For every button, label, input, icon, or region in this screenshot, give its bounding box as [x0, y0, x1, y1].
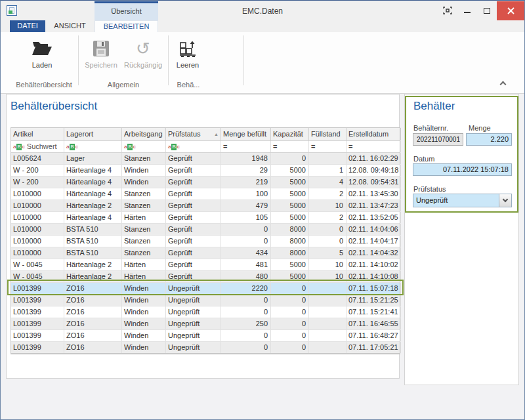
cell-pruefstatus[interactable]: Geprüft [166, 165, 221, 176]
cell-artikel[interactable]: L001399 [11, 342, 64, 353]
grid-row[interactable]: L010000Härteanlage 4StanzenGeprüft100500… [11, 188, 400, 200]
filter-cell-erstelldatum[interactable]: = [346, 141, 401, 152]
cell-erstelldatum[interactable]: 12.08. 09:54:31 [346, 177, 401, 188]
cell-erstelldatum[interactable]: 07.11. 15:21:41 [346, 306, 401, 318]
cell-lagerort[interactable]: Härteanlage 4 [64, 188, 122, 200]
tab-datei[interactable]: DATEI [10, 20, 45, 32]
cell-arbeitsgang[interactable]: Stanzen [122, 188, 166, 200]
cell-fuellstand[interactable] [309, 153, 346, 164]
cell-kapazitaet[interactable]: 0 [271, 283, 309, 294]
cell-erstelldatum[interactable]: 02.11. 13:47:23 [346, 200, 401, 211]
column-header-artikel[interactable]: Artikel [11, 128, 64, 140]
cell-lagerort[interactable]: Härteanlage 4 [64, 212, 122, 223]
cell-kapazitaet[interactable]: 5000 [271, 212, 309, 223]
maximize-button[interactable] [477, 1, 497, 20]
grid-row-selected[interactable]: L001399ZO16WindenUngeprüft2220007.11. 15… [11, 283, 400, 295]
filter-cell-fuellstand[interactable]: = [309, 141, 346, 152]
cell-erstelldatum[interactable]: 02.11. 13:45:30 [346, 188, 401, 200]
cell-menge_befuellt[interactable]: 0 [221, 330, 271, 341]
cell-kapazitaet[interactable]: 8000 [271, 247, 309, 259]
cell-arbeitsgang[interactable]: Winden [122, 342, 166, 353]
cell-arbeitsgang[interactable]: Stanzen [122, 236, 166, 247]
cell-menge_befuellt[interactable]: 481 [221, 259, 271, 270]
cell-artikel[interactable]: L010000 [11, 188, 64, 200]
cell-pruefstatus[interactable]: Geprüft [166, 200, 221, 211]
cell-arbeitsgang[interactable]: Stanzen [122, 224, 166, 235]
grid-row[interactable]: W - 200Härteanlage 4WindenGeprüft2195000… [11, 177, 400, 188]
cell-lagerort[interactable]: ZO16 [64, 342, 122, 353]
cell-arbeitsgang[interactable]: Härten [122, 259, 166, 270]
cell-lagerort[interactable]: ZO16 [64, 306, 122, 318]
cell-fuellstand[interactable]: 4 [309, 177, 346, 188]
cell-artikel[interactable]: L010000 [11, 236, 64, 247]
filter-cell-menge_befuellt[interactable]: = [221, 141, 271, 152]
contextual-tab-group[interactable]: Übersicht [94, 1, 158, 20]
cell-pruefstatus[interactable]: Ungeprüft [166, 318, 221, 329]
menge-field[interactable]: 2.220 [466, 133, 512, 146]
cell-pruefstatus[interactable]: Geprüft [166, 177, 221, 188]
cell-menge_befuellt[interactable]: 479 [221, 200, 271, 211]
cell-artikel[interactable]: W - 200 [11, 165, 64, 176]
filter-cell-arbeitsgang[interactable]: aBc [122, 141, 166, 152]
cell-lagerort[interactable]: Härteanlage 4 [64, 165, 122, 176]
rueckgaengig-button[interactable]: ↺ Rückgängig [121, 36, 165, 77]
datum-field[interactable]: 07.11.2022 15:07:18 [413, 163, 512, 176]
cell-kapazitaet[interactable]: 5000 [271, 259, 309, 270]
cell-lagerort[interactable]: Härteanlage 2 [64, 259, 122, 270]
cell-menge_befuellt[interactable]: 105 [221, 212, 271, 223]
cell-kapazitaet[interactable]: 5000 [271, 188, 309, 200]
cell-pruefstatus[interactable]: Geprüft [166, 224, 221, 235]
cell-kapazitaet[interactable]: 0 [271, 153, 309, 164]
cell-kapazitaet[interactable]: 8000 [271, 236, 309, 247]
cell-erstelldatum[interactable]: 02.11. 14:04:06 [346, 224, 401, 235]
grid-row[interactable]: L010000BSTA 510StanzenGeprüft08000002.11… [11, 224, 400, 236]
cell-arbeitsgang[interactable]: Stanzen [122, 247, 166, 259]
cell-pruefstatus[interactable]: Geprüft [166, 247, 221, 259]
cell-artikel[interactable]: W - 0045 [11, 259, 64, 270]
cell-artikel[interactable]: L010000 [11, 247, 64, 259]
behaelternr-field[interactable]: 202211070001 [413, 133, 463, 146]
cell-menge_befuellt[interactable]: 0 [221, 342, 271, 353]
cell-lagerort[interactable]: ZO16 [64, 295, 122, 306]
cell-lagerort[interactable]: ZO16 [64, 330, 122, 341]
cell-erstelldatum[interactable]: 07.11. 16:46:55 [346, 318, 401, 329]
cell-arbeitsgang[interactable]: Winden [122, 165, 166, 176]
filter-cell-pruefstatus[interactable]: aBc [166, 141, 221, 152]
laden-button[interactable]: Laden [23, 36, 61, 77]
grid-row[interactable]: L010000Härteanlage 2StanzenGeprüft479500… [11, 200, 400, 212]
grid-row[interactable]: L001399ZO16WindenUngeprüft0007.11. 17:05… [11, 342, 400, 354]
grid-row[interactable]: L005624LagerStanzenGeprüft1948002.11. 16… [11, 153, 400, 165]
cell-menge_befuellt[interactable]: 29 [221, 165, 271, 176]
cell-arbeitsgang[interactable]: Winden [122, 318, 166, 329]
dropdown-button[interactable] [499, 194, 511, 207]
cell-erstelldatum[interactable]: 07.11. 15:07:18 [346, 283, 401, 294]
column-header-arbeitsgang[interactable]: Arbeitsgang [122, 128, 166, 140]
cell-menge_befuellt[interactable]: 219 [221, 177, 271, 188]
cell-arbeitsgang[interactable]: Stanzen [122, 153, 166, 164]
cell-lagerort[interactable]: BSTA 510 [64, 224, 122, 235]
cell-fuellstand[interactable] [309, 318, 346, 329]
cell-arbeitsgang[interactable]: Stanzen [122, 200, 166, 211]
cell-pruefstatus[interactable]: Geprüft [166, 188, 221, 200]
cell-kapazitaet[interactable]: 0 [271, 306, 309, 318]
cell-arbeitsgang[interactable]: Härten [122, 212, 166, 223]
cell-pruefstatus[interactable]: Geprüft [166, 236, 221, 247]
cell-arbeitsgang[interactable]: Härten [122, 271, 166, 282]
filter-cell-artikel[interactable]: aBcSuchwert [11, 141, 64, 152]
cell-erstelldatum[interactable]: 02.11. 14:04:17 [346, 236, 401, 247]
cell-pruefstatus[interactable]: Geprüft [166, 271, 221, 282]
cell-menge_befuellt[interactable]: 0 [221, 224, 271, 235]
cell-arbeitsgang[interactable]: Winden [122, 306, 166, 318]
cell-erstelldatum[interactable]: 02.11. 16:02:29 [346, 153, 401, 164]
cell-artikel[interactable]: L010000 [11, 224, 64, 235]
grid-row[interactable]: L010000BSTA 510StanzenGeprüft4348000502.… [11, 247, 400, 259]
cell-kapazitaet[interactable]: 5000 [271, 165, 309, 176]
cell-fuellstand[interactable]: 0 [309, 224, 346, 235]
cell-kapazitaet[interactable]: 0 [271, 295, 309, 306]
cell-artikel[interactable]: L001399 [11, 306, 64, 318]
pruefstatus-dropdown[interactable]: Ungeprüft [413, 194, 512, 207]
cell-menge_befuellt[interactable]: 1948 [221, 153, 271, 164]
minimize-button[interactable] [457, 1, 477, 20]
cell-menge_befuellt[interactable]: 0 [221, 306, 271, 318]
cell-fuellstand[interactable] [309, 295, 346, 306]
